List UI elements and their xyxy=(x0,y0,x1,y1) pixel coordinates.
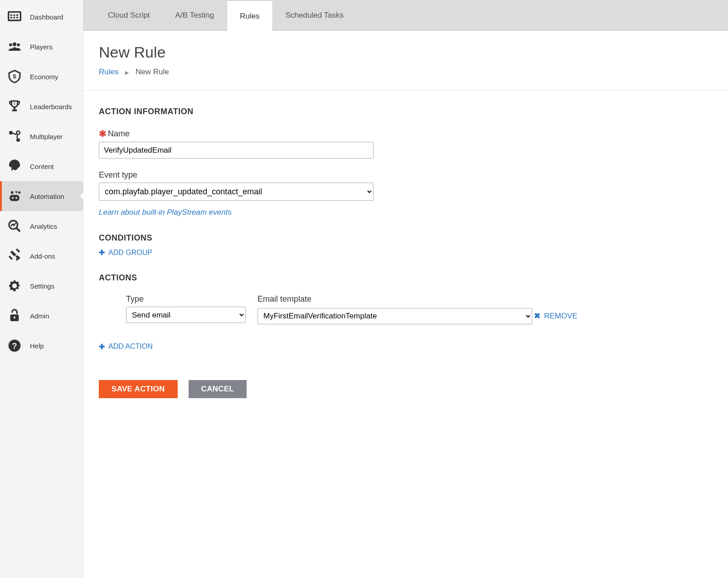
svg-rect-0 xyxy=(9,12,21,20)
email-template-label: Email template xyxy=(257,294,578,304)
action-row: Type Send email Email template MyFirstEm… xyxy=(126,294,713,324)
svg-rect-2 xyxy=(13,14,15,16)
breadcrumb-current: New Rule xyxy=(136,67,169,76)
dashboard-icon xyxy=(6,9,23,25)
remove-action-button[interactable]: ✖ REMOVE xyxy=(534,311,578,321)
svg-text:$: $ xyxy=(13,73,16,80)
cancel-button[interactable]: CANCEL xyxy=(189,380,247,398)
chevron-right-icon: ▶ xyxy=(125,70,129,75)
content-icon xyxy=(6,158,23,174)
svg-rect-4 xyxy=(10,17,12,18)
sidebar-item-label: Dashboard xyxy=(30,13,63,21)
divider xyxy=(83,90,728,91)
automation-icon xyxy=(6,188,23,204)
svg-point-18 xyxy=(12,197,14,199)
svg-rect-3 xyxy=(16,14,18,16)
admin-icon xyxy=(6,308,23,324)
leaderboards-icon: 1 xyxy=(6,98,23,115)
svg-point-27 xyxy=(14,317,15,318)
sidebar-item-label: Multiplayer xyxy=(30,133,63,140)
section-conditions: CONDITIONS ✚ ADD GROUP xyxy=(99,233,713,257)
action-type-column: Type Send email xyxy=(126,294,246,324)
sidebar-item-dashboard[interactable]: Dashboard xyxy=(0,2,83,32)
sidebar-item-addons[interactable]: Add-ons xyxy=(0,241,83,271)
add-group-button[interactable]: ✚ ADD GROUP xyxy=(99,248,152,257)
economy-icon: $ xyxy=(6,68,23,85)
sidebar-item-label: Admin xyxy=(30,312,49,320)
sidebar-item-label: Content xyxy=(30,163,54,170)
event-type-select[interactable]: com.playfab.player_updated_contact_email xyxy=(99,183,374,201)
svg-rect-20 xyxy=(11,191,13,193)
sidebar-item-economy[interactable]: $ Economy xyxy=(0,62,83,92)
sidebar-item-label: Automation xyxy=(30,193,64,200)
svg-point-14 xyxy=(9,131,13,135)
learn-playstream-link[interactable]: Learn about built-in PlayStream events xyxy=(99,208,713,217)
main-content: Cloud Script A/B Testing Rules Scheduled… xyxy=(83,0,728,578)
sidebar-item-label: Add-ons xyxy=(30,252,55,260)
plus-icon: ✚ xyxy=(99,342,105,351)
svg-text:1: 1 xyxy=(14,101,16,106)
sidebar-item-label: Help xyxy=(30,342,44,350)
sidebar-item-players[interactable]: Players xyxy=(0,32,83,62)
addons-icon xyxy=(6,248,23,264)
section-heading: ACTION INFORMATION xyxy=(99,107,713,116)
breadcrumb-root-link[interactable]: Rules xyxy=(99,67,118,76)
analytics-icon xyxy=(6,218,23,234)
required-asterisk-icon: ✱ xyxy=(99,128,107,139)
section-actions: ACTIONS Type Send email Email template M… xyxy=(99,273,713,351)
svg-rect-5 xyxy=(13,17,15,18)
tab-scheduled-tasks[interactable]: Scheduled Tasks xyxy=(273,0,356,30)
svg-point-8 xyxy=(9,43,12,46)
help-icon: ? xyxy=(6,337,23,354)
sidebar-item-settings[interactable]: Settings xyxy=(0,271,83,301)
action-type-select[interactable]: Send email xyxy=(126,307,246,323)
sidebar-item-automation[interactable]: Automation xyxy=(0,181,83,211)
sidebar-item-label: Leaderboards xyxy=(30,103,72,111)
sidebar-item-admin[interactable]: Admin xyxy=(0,301,83,331)
svg-point-9 xyxy=(17,43,19,46)
svg-point-19 xyxy=(15,197,17,199)
remove-icon: ✖ xyxy=(534,311,540,321)
sidebar-item-multiplayer[interactable]: Multiplayer xyxy=(0,121,83,151)
svg-rect-25 xyxy=(16,249,20,253)
breadcrumb: Rules ▶ New Rule xyxy=(99,67,713,77)
sidebar-item-label: Players xyxy=(30,43,53,51)
svg-rect-11 xyxy=(14,107,15,109)
settings-icon xyxy=(6,278,23,294)
svg-rect-17 xyxy=(10,195,19,201)
svg-text:?: ? xyxy=(12,341,17,351)
sidebar-item-leaderboards[interactable]: 1 Leaderboards xyxy=(0,92,83,121)
action-template-column: Email template MyFirstEmailVerificationT… xyxy=(257,294,578,324)
page-title: New Rule xyxy=(99,43,713,61)
sidebar-item-label: Economy xyxy=(30,73,58,81)
section-heading: CONDITIONS xyxy=(99,233,713,243)
sidebar-item-analytics[interactable]: Analytics xyxy=(0,211,83,241)
name-input[interactable] xyxy=(99,142,374,159)
svg-point-16 xyxy=(16,138,20,142)
name-label: ✱ Name xyxy=(99,128,713,139)
sidebar-item-label: Analytics xyxy=(30,222,57,230)
email-template-select[interactable]: MyFirstEmailVerificationTemplate xyxy=(257,308,532,324)
svg-marker-21 xyxy=(15,191,17,193)
section-heading: ACTIONS xyxy=(99,273,713,283)
sidebar-item-help[interactable]: ? Help xyxy=(0,331,83,361)
section-action-information: ACTION INFORMATION ✱ Name Event type com… xyxy=(99,107,713,217)
sidebar-item-label: Settings xyxy=(30,282,54,290)
tabs: Cloud Script A/B Testing Rules Scheduled… xyxy=(83,0,728,31)
svg-point-7 xyxy=(13,42,17,46)
multiplayer-icon xyxy=(6,128,23,144)
button-row: SAVE ACTION CANCEL xyxy=(99,380,713,398)
plus-icon: ✚ xyxy=(99,248,105,257)
add-action-button[interactable]: ✚ ADD ACTION xyxy=(99,342,153,351)
svg-rect-12 xyxy=(12,110,17,111)
svg-rect-24 xyxy=(9,255,13,260)
svg-rect-1 xyxy=(10,14,12,16)
save-action-button[interactable]: SAVE ACTION xyxy=(99,380,178,398)
tab-cloud-script[interactable]: Cloud Script xyxy=(95,0,163,30)
tab-ab-testing[interactable]: A/B Testing xyxy=(163,0,227,30)
players-icon xyxy=(6,39,23,55)
svg-point-15 xyxy=(16,131,19,134)
tab-rules[interactable]: Rules xyxy=(227,0,272,31)
sidebar-item-content[interactable]: Content xyxy=(0,151,83,181)
sidebar: Dashboard Players $ Economy 1 Leaderboar… xyxy=(0,0,83,578)
